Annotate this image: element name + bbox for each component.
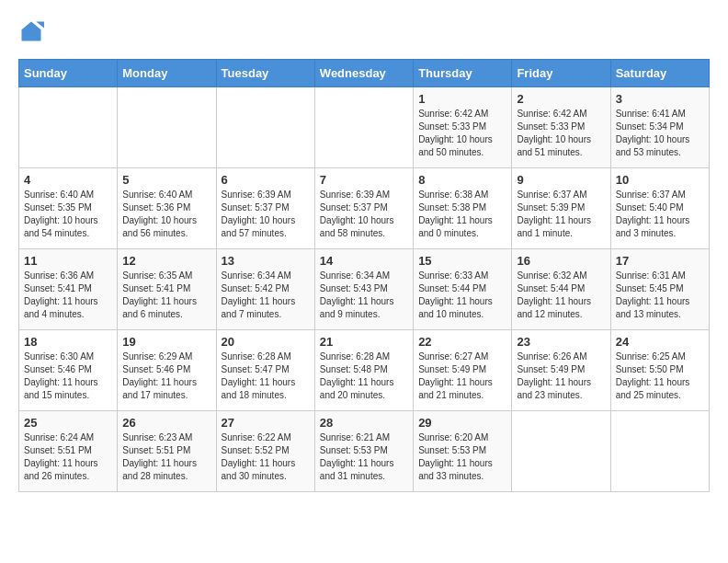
day-info: Sunrise: 6:35 AM Sunset: 5:41 PM Dayligh… <box>122 270 210 321</box>
day-info: Sunrise: 6:41 AM Sunset: 5:34 PM Dayligh… <box>616 108 704 159</box>
day-info: Sunrise: 6:38 AM Sunset: 5:38 PM Dayligh… <box>418 189 506 240</box>
calendar-week-row: 11Sunrise: 6:36 AM Sunset: 5:41 PM Dayli… <box>19 249 710 330</box>
calendar-cell: 8Sunrise: 6:38 AM Sunset: 5:38 PM Daylig… <box>414 168 512 249</box>
day-number: 28 <box>320 416 408 430</box>
calendar-cell: 6Sunrise: 6:39 AM Sunset: 5:37 PM Daylig… <box>216 168 314 249</box>
day-number: 7 <box>320 173 408 187</box>
day-number: 6 <box>222 173 310 187</box>
day-info: Sunrise: 6:39 AM Sunset: 5:37 PM Dayligh… <box>320 189 408 240</box>
calendar-cell: 9Sunrise: 6:37 AM Sunset: 5:39 PM Daylig… <box>512 168 610 249</box>
calendar-cell <box>314 87 413 168</box>
weekday-header: Friday <box>512 60 610 87</box>
calendar-cell: 29Sunrise: 6:20 AM Sunset: 5:53 PM Dayli… <box>414 411 512 492</box>
day-info: Sunrise: 6:33 AM Sunset: 5:44 PM Dayligh… <box>418 270 506 321</box>
day-number: 15 <box>418 254 506 268</box>
calendar-cell: 22Sunrise: 6:27 AM Sunset: 5:49 PM Dayli… <box>414 330 512 411</box>
calendar-cell: 24Sunrise: 6:25 AM Sunset: 5:50 PM Dayli… <box>610 330 709 411</box>
day-number: 1 <box>418 92 506 106</box>
day-info: Sunrise: 6:39 AM Sunset: 5:37 PM Dayligh… <box>222 189 310 240</box>
day-number: 23 <box>517 335 605 349</box>
logo-icon <box>18 18 44 44</box>
calendar-cell <box>216 87 314 168</box>
day-info: Sunrise: 6:23 AM Sunset: 5:51 PM Dayligh… <box>122 431 210 483</box>
calendar-cell: 4Sunrise: 6:40 AM Sunset: 5:35 PM Daylig… <box>19 168 118 249</box>
day-number: 10 <box>616 173 704 187</box>
day-number: 8 <box>418 173 506 187</box>
day-number: 18 <box>24 335 112 349</box>
day-info: Sunrise: 6:26 AM Sunset: 5:49 PM Dayligh… <box>517 350 605 402</box>
calendar-cell: 12Sunrise: 6:35 AM Sunset: 5:41 PM Dayli… <box>118 249 216 330</box>
day-info: Sunrise: 6:27 AM Sunset: 5:49 PM Dayligh… <box>418 350 506 402</box>
calendar-cell: 23Sunrise: 6:26 AM Sunset: 5:49 PM Dayli… <box>512 330 610 411</box>
calendar-cell: 26Sunrise: 6:23 AM Sunset: 5:51 PM Dayli… <box>118 411 216 492</box>
calendar-cell: 17Sunrise: 6:31 AM Sunset: 5:45 PM Dayli… <box>610 249 709 330</box>
calendar-cell: 18Sunrise: 6:30 AM Sunset: 5:46 PM Dayli… <box>19 330 118 411</box>
calendar-cell: 27Sunrise: 6:22 AM Sunset: 5:52 PM Dayli… <box>216 411 314 492</box>
calendar-header: SundayMondayTuesdayWednesdayThursdayFrid… <box>19 60 710 87</box>
weekday-header: Thursday <box>414 60 512 87</box>
day-number: 20 <box>222 335 310 349</box>
day-info: Sunrise: 6:34 AM Sunset: 5:42 PM Dayligh… <box>222 270 310 321</box>
day-number: 12 <box>122 254 210 268</box>
calendar-cell <box>118 87 216 168</box>
day-info: Sunrise: 6:42 AM Sunset: 5:33 PM Dayligh… <box>418 108 506 159</box>
calendar-body: 1Sunrise: 6:42 AM Sunset: 5:33 PM Daylig… <box>19 87 710 492</box>
day-number: 26 <box>122 416 210 430</box>
day-number: 5 <box>122 173 210 187</box>
calendar-cell: 14Sunrise: 6:34 AM Sunset: 5:43 PM Dayli… <box>314 249 413 330</box>
calendar-cell: 19Sunrise: 6:29 AM Sunset: 5:46 PM Dayli… <box>118 330 216 411</box>
calendar-cell <box>512 411 610 492</box>
day-number: 4 <box>24 173 112 187</box>
day-number: 24 <box>616 335 704 349</box>
calendar-cell: 7Sunrise: 6:39 AM Sunset: 5:37 PM Daylig… <box>314 168 413 249</box>
day-number: 17 <box>616 254 704 268</box>
day-number: 13 <box>222 254 310 268</box>
calendar-week-row: 18Sunrise: 6:30 AM Sunset: 5:46 PM Dayli… <box>19 330 710 411</box>
day-number: 25 <box>24 416 112 430</box>
calendar-cell: 10Sunrise: 6:37 AM Sunset: 5:40 PM Dayli… <box>610 168 709 249</box>
day-number: 3 <box>616 92 704 106</box>
calendar-week-row: 25Sunrise: 6:24 AM Sunset: 5:51 PM Dayli… <box>19 411 710 492</box>
weekday-header: Wednesday <box>314 60 413 87</box>
day-number: 2 <box>517 92 605 106</box>
day-info: Sunrise: 6:32 AM Sunset: 5:44 PM Dayligh… <box>517 270 605 321</box>
calendar-cell: 1Sunrise: 6:42 AM Sunset: 5:33 PM Daylig… <box>414 87 512 168</box>
day-number: 19 <box>122 335 210 349</box>
weekday-header: Monday <box>118 60 216 87</box>
day-info: Sunrise: 6:34 AM Sunset: 5:43 PM Dayligh… <box>320 270 408 321</box>
calendar-cell: 13Sunrise: 6:34 AM Sunset: 5:42 PM Dayli… <box>216 249 314 330</box>
calendar-cell <box>19 87 118 168</box>
weekday-header: Sunday <box>19 60 118 87</box>
day-info: Sunrise: 6:21 AM Sunset: 5:53 PM Dayligh… <box>320 431 408 483</box>
weekday-header: Saturday <box>610 60 709 87</box>
day-info: Sunrise: 6:40 AM Sunset: 5:35 PM Dayligh… <box>24 189 112 240</box>
day-number: 9 <box>517 173 605 187</box>
day-number: 22 <box>418 335 506 349</box>
calendar-cell: 5Sunrise: 6:40 AM Sunset: 5:36 PM Daylig… <box>118 168 216 249</box>
day-info: Sunrise: 6:30 AM Sunset: 5:46 PM Dayligh… <box>24 350 112 402</box>
weekday-row: SundayMondayTuesdayWednesdayThursdayFrid… <box>19 60 710 87</box>
day-number: 11 <box>24 254 112 268</box>
calendar-week-row: 4Sunrise: 6:40 AM Sunset: 5:35 PM Daylig… <box>19 168 710 249</box>
day-info: Sunrise: 6:40 AM Sunset: 5:36 PM Dayligh… <box>122 189 210 240</box>
calendar-cell: 3Sunrise: 6:41 AM Sunset: 5:34 PM Daylig… <box>610 87 709 168</box>
day-info: Sunrise: 6:42 AM Sunset: 5:33 PM Dayligh… <box>517 108 605 159</box>
day-info: Sunrise: 6:37 AM Sunset: 5:39 PM Dayligh… <box>517 189 605 240</box>
page-header <box>18 18 710 44</box>
day-number: 21 <box>320 335 408 349</box>
calendar-cell: 15Sunrise: 6:33 AM Sunset: 5:44 PM Dayli… <box>414 249 512 330</box>
day-info: Sunrise: 6:25 AM Sunset: 5:50 PM Dayligh… <box>616 350 704 402</box>
day-number: 16 <box>517 254 605 268</box>
day-number: 29 <box>418 416 506 430</box>
day-info: Sunrise: 6:29 AM Sunset: 5:46 PM Dayligh… <box>122 350 210 402</box>
day-info: Sunrise: 6:22 AM Sunset: 5:52 PM Dayligh… <box>222 431 310 483</box>
day-info: Sunrise: 6:28 AM Sunset: 5:47 PM Dayligh… <box>222 350 310 402</box>
day-number: 14 <box>320 254 408 268</box>
calendar-table: SundayMondayTuesdayWednesdayThursdayFrid… <box>18 59 710 492</box>
day-info: Sunrise: 6:24 AM Sunset: 5:51 PM Dayligh… <box>24 431 112 483</box>
day-info: Sunrise: 6:31 AM Sunset: 5:45 PM Dayligh… <box>616 270 704 321</box>
weekday-header: Tuesday <box>216 60 314 87</box>
day-number: 27 <box>222 416 310 430</box>
calendar-cell: 28Sunrise: 6:21 AM Sunset: 5:53 PM Dayli… <box>314 411 413 492</box>
day-info: Sunrise: 6:37 AM Sunset: 5:40 PM Dayligh… <box>616 189 704 240</box>
